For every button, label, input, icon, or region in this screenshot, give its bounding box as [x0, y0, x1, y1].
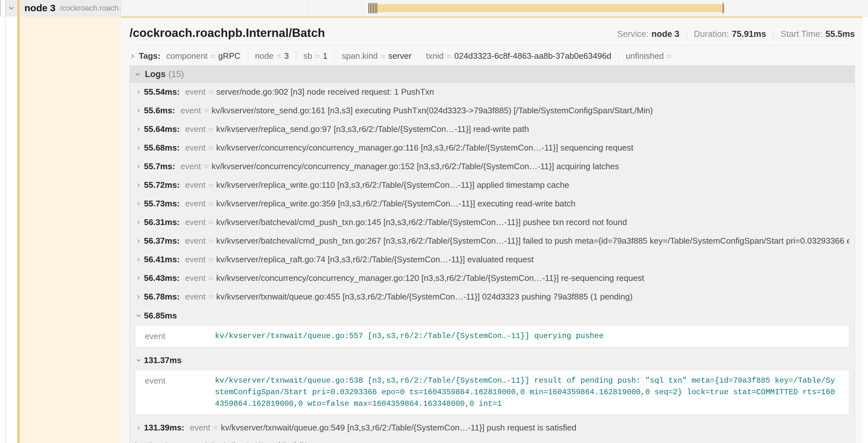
log-entry-expanded-header[interactable]: 131.37ms — [130, 351, 855, 368]
tag-separator — [618, 52, 619, 61]
log-timestamp: 56.43ms: — [144, 273, 180, 283]
log-equals-sign: = — [209, 217, 213, 227]
log-timestamp: 55.64ms: — [144, 124, 180, 134]
log-equals-sign: = — [209, 180, 213, 190]
logs-accordion-header[interactable]: Logs (15) — [130, 66, 855, 83]
meta-value: node 3 — [651, 29, 679, 39]
chevron-right-icon — [136, 275, 141, 281]
logs-container: Logs (15) 55.54ms:event=server/node.go:9… — [129, 66, 855, 443]
tag-key: txnid — [426, 51, 444, 61]
log-timestamp: 56.85ms — [144, 311, 177, 321]
log-equals-sign: = — [204, 106, 209, 115]
log-timestamp: 131.39ms: — [144, 423, 184, 433]
span-color-stripe — [17, 0, 20, 16]
log-equals-sign: = — [209, 254, 213, 265]
expand-log-chevron[interactable] — [133, 164, 144, 169]
expand-log-chevron[interactable] — [133, 89, 144, 95]
chevron-down-icon — [8, 5, 14, 11]
collapse-span-chevron[interactable] — [5, 5, 17, 11]
tags-label: Tags: — [139, 51, 160, 61]
log-entry-expanded-header[interactable]: 56.85ms — [130, 306, 855, 323]
chevron-down-icon — [136, 313, 141, 318]
tag-key: component — [166, 51, 208, 61]
log-message: kv/kvserver/replica_send.go:97 [n3,s3,r6… — [216, 124, 849, 134]
log-entry[interactable]: 56.43ms:event=kv/kvserver/concurrency/co… — [130, 269, 855, 287]
left-gutter — [0, 16, 5, 443]
log-field-key: event — [185, 254, 206, 265]
log-marker-tick — [375, 3, 375, 13]
tag-separator — [418, 52, 419, 61]
log-entry[interactable]: 55.64ms:event=kv/kvserver/replica_send.g… — [130, 120, 855, 139]
tag-value: 3 — [284, 51, 289, 61]
header-divider — [129, 45, 855, 46]
log-entry[interactable]: 131.39ms:event=kv/kvserver/txnwait/queue… — [130, 419, 855, 437]
collapse-log-chevron[interactable] — [133, 313, 144, 318]
expand-log-chevron[interactable] — [133, 275, 144, 281]
expand-log-chevron[interactable] — [133, 201, 144, 206]
span-timeline-cell[interactable]: 75.91ms — [121, 0, 868, 16]
log-timestamp: 131.37ms — [144, 355, 182, 365]
meta-separator — [686, 29, 687, 39]
log-field-key: event — [145, 375, 215, 386]
expand-log-chevron[interactable] — [133, 238, 144, 244]
expand-log-chevron[interactable] — [133, 219, 144, 225]
span-meta: Service:node 3Duration:75.91msStart Time… — [617, 29, 855, 39]
log-timestamp: 55.7ms: — [144, 162, 175, 171]
log-message: kv/kvserver/batcheval/cmd_push_txn.go:14… — [216, 217, 849, 227]
log-equals-sign: = — [209, 292, 213, 302]
log-entry[interactable]: 55.72ms:event=kv/kvserver/replica_write.… — [130, 176, 855, 195]
log-entry[interactable]: 56.37ms:event=kv/kvserver/batcheval/cmd_… — [130, 232, 855, 250]
log-message: kv/kvserver/batcheval/cmd_push_txn.go:26… — [216, 236, 849, 246]
expand-log-chevron[interactable] — [133, 145, 144, 150]
log-entry[interactable]: 55.73ms:event=kv/kvserver/replica_write.… — [130, 195, 855, 213]
log-entry[interactable]: 56.78ms:event=kv/kvserver/txnwait/queue.… — [130, 287, 855, 306]
meta-label: Duration: — [694, 29, 729, 39]
log-equals-sign: = — [209, 87, 213, 97]
expand-log-chevron[interactable] — [133, 425, 144, 431]
chevron-right-icon — [130, 53, 135, 59]
log-field-key: event — [185, 143, 206, 153]
log-message: server/node.go:902 [n3] node received re… — [216, 87, 849, 97]
chevron-right-icon — [136, 145, 141, 150]
log-field-value: kv/kvserver/txnwait/queue.go:538 [n3,s3,… — [215, 375, 836, 410]
tag-equals-sign: = — [381, 51, 385, 61]
tag-value: server — [389, 51, 411, 61]
log-entry[interactable]: 55.68ms:event=kv/kvserver/concurrency/co… — [130, 139, 855, 157]
span-name-cell[interactable]: node 3 /cockroach.roach… — [5, 0, 121, 16]
log-marker-tick — [370, 3, 371, 13]
chevron-right-icon — [136, 182, 141, 188]
log-timestamp: 55.73ms: — [144, 199, 180, 209]
tag-separator — [296, 52, 296, 61]
collapse-log-chevron[interactable] — [133, 358, 144, 363]
log-event-detail-box: eventkv/kvserver/txnwait/queue.go:557 [n… — [135, 325, 849, 347]
chevron-right-icon — [136, 108, 141, 113]
log-entry[interactable]: 56.41ms:event=kv/kvserver/replica_raft.g… — [130, 250, 855, 269]
meta-value: 55.5ms — [825, 29, 855, 39]
log-entry[interactable]: 56.31ms:event=kv/kvserver/batcheval/cmd_… — [130, 213, 855, 232]
log-marker-tick — [723, 3, 723, 13]
log-timestamp: 56.37ms: — [144, 236, 180, 246]
expand-log-chevron[interactable] — [133, 182, 144, 188]
logs-body: 55.54ms:event=server/node.go:902 [n3] no… — [130, 83, 855, 437]
log-message: kv/kvserver/txnwait/queue.go:455 [n3,s3,… — [216, 292, 849, 302]
log-timestamp: 55.6ms: — [144, 106, 175, 115]
tag-key: sb — [303, 51, 312, 61]
span-duration-bar — [369, 4, 725, 12]
tags-accordion[interactable]: Tags: component=gRPCnode=3sb=1span.kind=… — [129, 51, 855, 61]
log-entry[interactable]: 55.7ms:event=kv/kvserver/concurrency/con… — [130, 157, 855, 176]
log-entry[interactable]: 55.6ms:event=kv/kvserver/store_send.go:1… — [130, 101, 855, 120]
expand-log-chevron[interactable] — [133, 108, 144, 113]
tag-key: unfinished — [626, 51, 664, 61]
chevron-right-icon — [136, 425, 141, 431]
expand-log-chevron[interactable] — [133, 294, 144, 300]
log-field-key: event — [145, 330, 215, 341]
log-entry[interactable]: 55.54ms:event=server/node.go:902 [n3] no… — [130, 83, 855, 101]
log-marker-tick — [376, 3, 377, 13]
detail-header: /cockroach.roachpb.Internal/Batch Servic… — [129, 24, 855, 40]
log-message: kv/kvserver/store_send.go:161 [n3,s3] ex… — [212, 106, 849, 115]
chevron-right-icon — [136, 294, 141, 300]
expand-log-chevron[interactable] — [133, 127, 144, 132]
log-message: kv/kvserver/replica_write.go:110 [n3,s3,… — [216, 180, 849, 190]
expand-log-chevron[interactable] — [133, 257, 144, 262]
tag-equals-sign: = — [666, 51, 672, 61]
